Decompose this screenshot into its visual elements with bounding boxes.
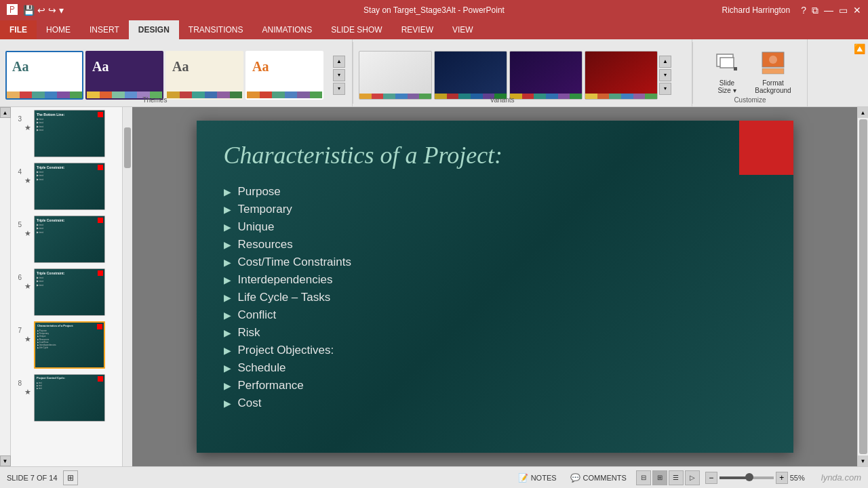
bullet-text-9: Risk <box>238 326 260 340</box>
status-bar: SLIDE 7 OF 14 ⊞ 📝 NOTES 💬 COMMENTS ⊟ ⊞ ☰… <box>0 466 868 488</box>
slide-item-4[interactable]: 4 ★ Triple Constraint: ▶ text▶ text▶ tex… <box>11 160 122 213</box>
variants-section: ▲ ▾ ▾ Variants <box>353 39 692 106</box>
slide-item-3[interactable]: 3 ★ The Bottom Line: ▶ text▶ text▶ text▶… <box>11 107 122 160</box>
collapse-ribbon-btn[interactable]: 🔼 <box>854 43 865 54</box>
variant-2[interactable] <box>434 51 507 100</box>
bullet-arrow-1: ▶ <box>224 186 231 197</box>
minimize-btn[interactable]: — <box>824 5 833 16</box>
save-icon[interactable]: 💾 <box>23 5 35 16</box>
quick-access-icon[interactable]: ▾ <box>59 5 64 16</box>
user-name[interactable]: Richard Harrington <box>722 5 790 15</box>
bullet-purpose: ▶ Purpose <box>224 183 766 201</box>
zoom-slider-thumb[interactable] <box>745 473 753 481</box>
slide-panel: 3 ★ The Bottom Line: ▶ text▶ text▶ text▶… <box>11 107 123 466</box>
tab-animations[interactable]: ANIMATIONS <box>252 20 321 39</box>
variants-scroll-up[interactable]: ▲ <box>659 56 671 68</box>
left-scroll-panel: ▲ ▼ <box>0 107 11 466</box>
scroll-down-btn[interactable]: ▼ <box>858 455 869 466</box>
reading-view-icon[interactable]: ☰ <box>669 470 684 485</box>
bullet-interdependencies: ▶ Interdependencies <box>224 271 766 289</box>
slide-scroll-thumb[interactable] <box>124 127 131 168</box>
slide-thumb-6[interactable]: Triple Constraint: ▶ text▶ text▶ text <box>34 268 105 316</box>
themes-label: Themes <box>0 96 310 104</box>
slide-view-icon[interactable]: ⊞ <box>63 470 78 485</box>
tab-design[interactable]: DESIGN <box>129 20 179 39</box>
themes-scroll-down[interactable]: ▾ <box>333 69 345 81</box>
maximize-btn[interactable]: ▭ <box>839 5 848 16</box>
zoom-level[interactable]: 55% <box>790 474 809 482</box>
restore-btn[interactable]: ⧉ <box>812 5 818 16</box>
slide-title-5: Triple Constraint: <box>35 216 104 222</box>
themes-scroll-more[interactable]: ▾ <box>333 83 345 95</box>
slide-canvas[interactable]: Characteristics of a Project: ▶ Purpose … <box>197 121 793 453</box>
theme-4[interactable]: Aa <box>245 51 323 100</box>
slide-item-6[interactable]: 6 ★ Triple Constraint: ▶ text▶ text▶ tex… <box>11 266 122 319</box>
variants-scroll-down[interactable]: ▾ <box>659 69 671 81</box>
scroll-up-btn[interactable]: ▲ <box>858 107 869 118</box>
bullet-text-5: Cost/Time Constraints <box>238 256 352 269</box>
slide-num-3: 3 <box>14 115 22 123</box>
slide-item-8[interactable]: 8 ★ Project Control Cycle: ▶ text▶ text▶… <box>11 371 122 424</box>
tab-home[interactable]: HOME <box>37 20 80 39</box>
zoom-slider[interactable] <box>719 476 774 479</box>
undo-icon[interactable]: ↩ <box>37 5 45 16</box>
bullet-text-11: Schedule <box>238 361 286 375</box>
themes-scroll-up[interactable]: ▲ <box>333 56 345 68</box>
format-background-icon <box>759 49 787 77</box>
slide-item-7[interactable]: 7 ★ Characteristics of a Project: ▶ Purp… <box>11 319 122 371</box>
slide-thumb-8[interactable]: Project Control Cycle: ▶ text▶ text▶ tex… <box>34 374 105 422</box>
theme-1[interactable]: Aa <box>5 51 83 100</box>
notes-btn[interactable]: 📝 NOTES <box>514 472 561 484</box>
bullet-arrow-5: ▶ <box>224 257 231 268</box>
status-left: SLIDE 7 OF 14 ⊞ <box>7 470 78 485</box>
help-btn[interactable]: ? <box>801 5 806 16</box>
slide-thumb-4[interactable]: Triple Constraint: ▶ text▶ text▶ text <box>34 163 105 210</box>
close-btn[interactable]: ✕ <box>853 5 861 16</box>
slideshow-icon[interactable]: ▷ <box>685 470 700 485</box>
panel-scroll-down[interactable]: ▼ <box>0 455 11 466</box>
theme-3[interactable]: Aa <box>165 51 243 100</box>
theme-3-label: Aa <box>172 59 189 75</box>
slide-size-button[interactable]: SlideSize ▾ <box>707 49 747 94</box>
slide-item-5[interactable]: 5 ★ Triple Constraint: ▶ text▶ text▶ tex… <box>11 213 122 266</box>
bullet-cost: ▶ Cost <box>224 394 766 412</box>
tab-view[interactable]: VIEW <box>443 20 483 39</box>
tab-review[interactable]: REVIEW <box>392 20 443 39</box>
themes-section: Aa Aa <box>0 39 353 106</box>
theme-2[interactable]: Aa <box>85 51 163 100</box>
slide-sorter-icon[interactable]: ⊞ <box>652 470 667 485</box>
bullet-lifecycle: ▶ Life Cycle – Tasks <box>224 289 766 306</box>
comments-btn[interactable]: 💬 COMMENTS <box>566 472 631 484</box>
svg-rect-5 <box>762 68 784 74</box>
ribbon-collapse[interactable]: 🔼 <box>851 39 868 106</box>
variant-4[interactable] <box>585 51 658 100</box>
slide-star-3: ★ <box>24 123 31 132</box>
zoom-in-btn[interactable]: + <box>776 472 788 484</box>
tab-transitions[interactable]: TRANSITIONS <box>179 20 253 39</box>
slide-scroll-track[interactable] <box>123 107 132 466</box>
title-right-icons: Richard Harrington ? ⧉ — ▭ ✕ <box>722 5 861 16</box>
bullet-risk: ▶ Risk <box>224 324 766 342</box>
slide-thumb-5[interactable]: Triple Constraint: ▶ text▶ text▶ text <box>34 216 105 263</box>
themes-row: Aa Aa <box>5 51 332 100</box>
variant-3[interactable] <box>509 51 583 100</box>
variants-scroll-more[interactable]: ▾ <box>659 83 671 95</box>
slide-red-badge-5 <box>98 218 103 223</box>
tab-insert[interactable]: INSERT <box>80 20 129 39</box>
scroll-thumb[interactable] <box>859 119 867 454</box>
format-background-button[interactable]: FormatBackground <box>753 49 793 94</box>
slide-star-6: ★ <box>24 282 31 291</box>
normal-view-icon[interactable]: ⊟ <box>636 470 651 485</box>
bullet-text-1: Purpose <box>238 185 281 199</box>
zoom-out-btn[interactable]: − <box>705 472 717 484</box>
bullet-performance: ▶ Performance <box>224 377 766 394</box>
redo-icon[interactable]: ↪ <box>48 5 56 16</box>
panel-scroll-up[interactable]: ▲ <box>0 107 11 118</box>
tab-slideshow[interactable]: SLIDE SHOW <box>321 20 391 39</box>
bullet-text-10: Project Objectives: <box>238 344 334 357</box>
slide-thumb-7[interactable]: Characteristics of a Project: ▶ Purpose▶… <box>34 321 105 369</box>
title-bar: 🅿 💾 ↩ ↪ ▾ Stay on Target_Stage3Alt - Pow… <box>0 0 868 20</box>
slide-thumb-3[interactable]: The Bottom Line: ▶ text▶ text▶ text▶ tex… <box>34 110 105 157</box>
tab-file[interactable]: FILE <box>0 20 37 39</box>
variant-1[interactable] <box>359 51 432 100</box>
